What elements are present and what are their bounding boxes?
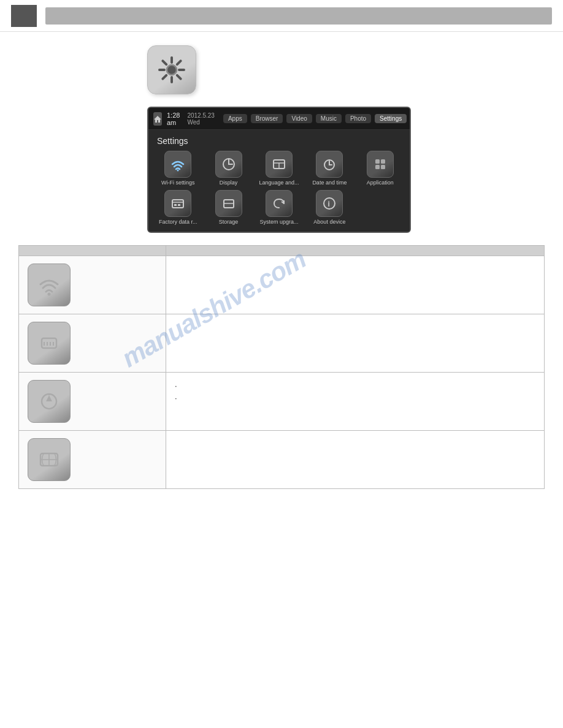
table-wifi-icon [37, 273, 61, 297]
screen-nav-photo: Photo [345, 114, 371, 123]
svg-rect-19 [375, 159, 380, 164]
svg-point-11 [177, 170, 179, 172]
svg-line-5 [163, 61, 166, 64]
screen-sysupgrade-label: System upgra... [259, 219, 298, 226]
table-wifi-desc [166, 256, 545, 314]
screen-wifi-label: Wi-Fi settings [161, 180, 195, 186]
table-row-language [19, 430, 545, 488]
settings-table: · · [18, 245, 545, 489]
screen-sysupgrade-settings: System upgra... [256, 190, 302, 226]
screen-nav-video: Video [286, 114, 312, 123]
table-wifi-icon-box [28, 264, 71, 306]
screen-storage-label: Storage [219, 219, 239, 226]
table-display-cell [19, 372, 166, 430]
screen-factory-icon [164, 190, 191, 217]
screen-storage-icon [215, 190, 242, 217]
svg-rect-25 [174, 204, 177, 206]
screen-display-settings: Display [205, 151, 251, 186]
screen-application-label: Application [367, 180, 394, 186]
table-ethernet-icon-box [28, 322, 71, 365]
screen-sysupgrade-icon [266, 190, 293, 217]
screen-nav-apps: Apps [223, 114, 247, 123]
screen-time: 1:28 am [167, 112, 180, 126]
screen-nav-music: Music [316, 114, 342, 123]
table-ethernet-icon-cell [28, 322, 157, 365]
table-col1-header [19, 245, 166, 256]
page-number-box [11, 5, 37, 27]
screen-aboutdevice-label: About device [313, 219, 345, 226]
table-ethernet-icon [37, 331, 61, 355]
svg-line-8 [163, 75, 166, 79]
page-header [0, 0, 563, 32]
screen-datetime-settings: Date and time [306, 151, 353, 186]
table-language-icon-box [28, 438, 71, 481]
table-display-icon-box [28, 380, 71, 423]
screen-wifi-icon [164, 151, 191, 178]
screen-application-icon [367, 151, 394, 178]
svg-rect-26 [178, 204, 180, 206]
screen-language-icon [266, 151, 293, 178]
svg-rect-22 [381, 165, 385, 169]
table-row-ethernet [19, 314, 545, 372]
gear-icon-section [0, 32, 563, 100]
table-language-desc [166, 430, 545, 488]
screen-storage-settings: Storage [205, 190, 251, 226]
screen-datetime-icon [316, 151, 343, 178]
screen-nav-tabs: Apps Browser Video Music Photo Settings [223, 114, 407, 123]
screen-application-settings: Application [357, 151, 404, 186]
svg-rect-23 [172, 200, 183, 208]
svg-text:i: i [328, 200, 330, 208]
table-display-bullet2: · [175, 393, 177, 403]
table-language-cell [19, 430, 166, 488]
svg-rect-21 [375, 165, 380, 169]
table-wifi-icon-cell [28, 264, 157, 306]
svg-rect-20 [381, 159, 385, 164]
table-display-bullet1: · [175, 381, 177, 390]
table-row-display: · · [19, 372, 545, 430]
screen-display-icon [215, 151, 242, 178]
screen-settings-grid-row2: Factory data r... Storage [155, 190, 404, 226]
table-display-desc: · · [166, 372, 545, 430]
table-wifi-cell [19, 256, 166, 314]
table-display-icon-cell [28, 380, 157, 423]
svg-line-7 [177, 61, 181, 64]
table-col2-header [166, 245, 545, 256]
gear-icon [157, 55, 186, 85]
screen-settings-title: Settings [155, 136, 404, 146]
screen-datetime-label: Date and time [312, 180, 347, 186]
screen-body: Settings Wi-Fi settings [148, 130, 410, 232]
screen-language-label: Language and... [259, 180, 299, 186]
screen-language-settings: Language and... [256, 151, 302, 186]
screen-wifi-settings: Wi-Fi settings [155, 151, 201, 186]
header-title-bar [45, 7, 552, 25]
svg-marker-10 [154, 116, 161, 123]
gear-icon-box [147, 45, 196, 94]
screen-topbar: 1:28 am 2012.5.23 Wed Apps Browser Video… [148, 108, 410, 130]
screen-factory-label: Factory data r... [159, 219, 197, 226]
screen-nav-settings: Settings [375, 114, 407, 123]
screen-aboutdevice-icon: i [316, 190, 343, 217]
screen-nav-browser: Browser [251, 114, 283, 123]
screen-settings-grid-row1: Wi-Fi settings Display [155, 151, 404, 186]
screen-factory-settings: Factory data r... [155, 190, 201, 226]
table-ethernet-cell [19, 314, 166, 372]
table-language-icon-cell [28, 438, 157, 481]
screen-aboutdevice-settings: i About device [306, 190, 353, 226]
screen-home-icon [153, 112, 162, 126]
table-display-icon [37, 389, 61, 414]
table-ethernet-desc [166, 314, 545, 372]
table-row-wifi [19, 256, 545, 314]
settings-screen-mockup: 1:28 am 2012.5.23 Wed Apps Browser Video… [147, 107, 411, 233]
svg-line-6 [177, 75, 181, 79]
screen-date: 2012.5.23 Wed [187, 112, 215, 126]
table-language-icon [37, 447, 61, 472]
screen-display-label: Display [220, 180, 238, 186]
svg-point-31 [48, 292, 51, 295]
